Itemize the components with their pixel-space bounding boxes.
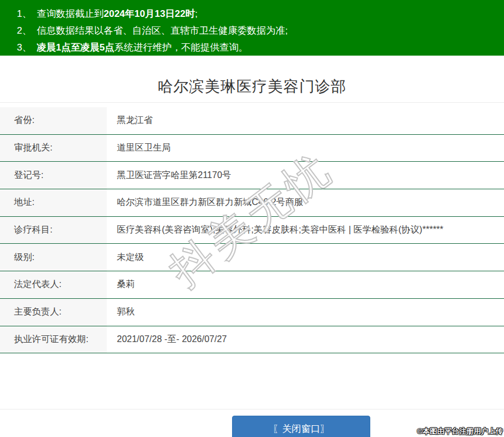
row-value: 郭秋: [107, 306, 135, 318]
row-label: 地址:: [0, 189, 107, 216]
close-window-button[interactable]: 〖关闭窗口〗: [232, 416, 370, 437]
notice-number: 2、: [17, 25, 31, 36]
notice-text-segment: 查询数据截止到: [37, 8, 103, 19]
table-row-treatment-subjects: 诊疗科目: 医疗美容科(美容咨询室);美容外科;美容皮肤科;美容中医科 | 医学…: [0, 217, 504, 244]
notice-number: 3、: [17, 42, 31, 53]
row-value: 未定级: [107, 252, 144, 263]
institution-info-table: 省份: 黑龙江省 审批机关: 道里区卫生局 登记号: 黑卫医证营字哈里第2117…: [0, 107, 504, 353]
notice-text-segment: 系统进行维护，不能提供查询。: [114, 42, 248, 53]
table-row-license-validity: 执业许可证有效期: 2021/07/28 -至- 2026/07/27: [0, 326, 504, 354]
row-value: 黑卫医证营字哈里第21170号: [107, 170, 231, 181]
notice-banner: 1、查询数据截止到2024年10月13日22时; 2、信息数据结果以各省、自治区…: [0, 0, 504, 56]
row-value: 哈尔滨市道里区群力新区群力新城C46-2号商服: [107, 197, 303, 208]
notice-text-segment-bold: 2024年10月13日22时: [103, 8, 195, 19]
table-row-province: 省份: 黑龙江省: [0, 107, 504, 135]
table-row-approval-authority: 审批机关: 道里区卫生局: [0, 135, 504, 162]
row-label: 登记号:: [0, 162, 107, 189]
query-result-page: 1、查询数据截止到2024年10月13日22时; 2、信息数据结果以各省、自治区…: [0, 0, 504, 437]
table-row-registration-number: 登记号: 黑卫医证营字哈里第21170号: [0, 162, 504, 189]
row-value: 桑莉: [107, 279, 135, 290]
table-row-address: 地址: 哈尔滨市道里区群力新区群力新城C46-2号商服: [0, 189, 504, 217]
notice-text-segment-bold: 凌晨1点至凌晨5点: [37, 42, 114, 53]
row-value: 医疗美容科(美容咨询室);美容外科;美容皮肤科;美容中医科 | 医学检验科(协议…: [107, 224, 443, 236]
table-row-main-responsible-person: 主要负责人: 郭秋: [0, 299, 504, 326]
footer-divider: [0, 409, 504, 409]
row-label: 省份:: [0, 107, 107, 134]
row-value: 黑龙江省: [107, 115, 153, 126]
row-label: 法定代表人:: [0, 271, 107, 298]
row-value: 2021/07/28 -至- 2026/07/27: [107, 334, 227, 345]
notice-line-3: 3、凌晨1点至凌晨5点系统进行维护，不能提供查询。: [17, 39, 504, 56]
notice-text-segment: 信息数据结果以各省、自治区、直辖市卫生健康委数据为准;: [37, 25, 288, 36]
row-label: 诊疗科目:: [0, 217, 107, 244]
row-label: 主要负责人:: [0, 299, 107, 326]
copyright-note: ©本图由平台注册用户上传: [417, 426, 503, 436]
row-label: 审批机关:: [0, 135, 107, 162]
title-section: 哈尔滨美琳医疗美容门诊部: [0, 56, 504, 103]
notice-line-2: 2、信息数据结果以各省、自治区、直辖市卫生健康委数据为准;: [17, 22, 504, 39]
table-row-legal-representative: 法定代表人: 桑莉: [0, 271, 504, 299]
row-value: 道里区卫生局: [107, 142, 171, 154]
row-label: 执业许可证有效期:: [0, 326, 107, 353]
notice-number: 1、: [17, 8, 31, 19]
row-label: 级别:: [0, 244, 107, 271]
page-title: 哈尔滨美琳医疗美容门诊部: [0, 76, 504, 97]
table-row-level: 级别: 未定级: [0, 244, 504, 271]
notice-text-segment: ;: [195, 8, 198, 19]
notice-line-1: 1、查询数据截止到2024年10月13日22时;: [17, 6, 504, 22]
